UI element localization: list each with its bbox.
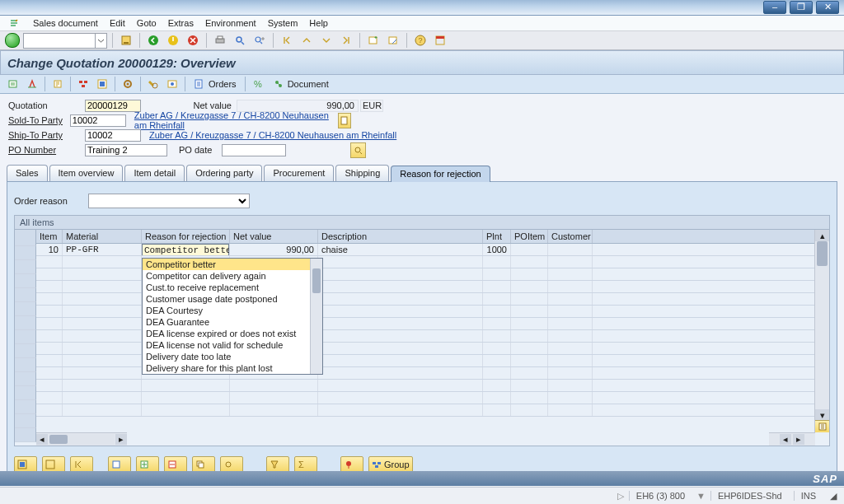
table-row[interactable]: 10PP-GFRCompetitor better▾990,00chaise10… <box>36 244 814 256</box>
soldto-desc[interactable]: Zuber AG / Kreuzgasse 7 / CH-8200 Neuhau… <box>134 110 334 130</box>
enter-check-icon[interactable] <box>5 33 20 48</box>
help-icon[interactable]: ? <box>412 32 429 49</box>
output-preview-icon[interactable] <box>164 76 181 92</box>
command-input[interactable] <box>24 35 95 47</box>
first-item-button[interactable] <box>70 456 93 473</box>
shortcut-icon[interactable] <box>385 32 401 49</box>
col-plnt[interactable]: Plnt <box>483 230 511 243</box>
layout-icon[interactable] <box>432 32 448 49</box>
find-next-icon[interactable] <box>251 32 268 49</box>
col-item[interactable]: Item <box>36 230 63 243</box>
back-icon[interactable] <box>145 32 162 49</box>
grid-corner[interactable] <box>15 230 36 246</box>
row-selector[interactable] <box>15 386 36 400</box>
page-down-icon[interactable] <box>318 32 335 49</box>
soldto-search-button[interactable] <box>338 113 351 128</box>
deselect-all-button[interactable] <box>42 456 65 473</box>
command-field[interactable] <box>23 33 107 49</box>
sum-button[interactable]: Σ <box>294 456 317 473</box>
rejection-field[interactable]: Competitor better▾ <box>142 244 229 255</box>
dropdown-option[interactable]: Cust.to receive replacement <box>143 282 322 293</box>
row-selector[interactable] <box>15 414 36 428</box>
row-selector[interactable] <box>15 344 36 358</box>
rejection-dropdown-popup[interactable]: Competitor betterCompetitor can delivery… <box>142 258 323 375</box>
order-reason-select[interactable] <box>88 194 250 208</box>
delete-item-button[interactable] <box>164 456 187 473</box>
table-row[interactable] <box>36 380 814 392</box>
col-description[interactable]: Description <box>318 230 483 243</box>
filter-button[interactable] <box>266 456 289 473</box>
percent-icon[interactable]: % <box>250 76 266 92</box>
table-row[interactable] <box>36 392 814 404</box>
shipto-desc[interactable]: Zuber AG / Kreuzgasse 7 / CH-8200 Neuhau… <box>149 130 396 140</box>
tab-item-overview[interactable]: Item overview <box>49 165 124 181</box>
row-selector[interactable] <box>15 358 36 372</box>
scroll-down-icon[interactable]: ▾ <box>815 409 829 421</box>
soldto-label[interactable]: Sold-To Party <box>8 115 70 125</box>
first-page-icon[interactable] <box>279 32 295 49</box>
new-session-icon[interactable] <box>365 32 382 49</box>
row-selector[interactable] <box>15 260 36 274</box>
tab-reason-for-rejection[interactable]: Reason for rejection <box>391 166 490 182</box>
header-icon[interactable] <box>49 76 66 92</box>
row-selector[interactable] <box>15 274 36 288</box>
col-poitem[interactable]: POItem <box>511 230 548 243</box>
cancel-icon[interactable] <box>185 32 201 49</box>
grid-hscroll-left[interactable]: ◂▸ <box>36 432 127 446</box>
item-detail-icon[interactable] <box>94 76 110 92</box>
menu-edit[interactable]: Edit <box>105 17 130 29</box>
tab-sales[interactable]: Sales <box>7 165 48 181</box>
incompletion-log-icon[interactable] <box>24 76 40 92</box>
menu-goto[interactable]: Goto <box>132 17 162 29</box>
ponum-field[interactable] <box>85 144 167 156</box>
grid-vertical-scrollbar[interactable]: ▴ ▾ <box>814 230 829 432</box>
grid-column-config-icon[interactable] <box>815 420 829 432</box>
dropdown-option[interactable]: Delivery share for this plant lost <box>143 362 322 374</box>
group-button[interactable]: Group <box>368 456 413 473</box>
pricing-icon[interactable] <box>145 76 162 92</box>
display-item-button[interactable] <box>108 456 131 473</box>
podate-search-button[interactable] <box>350 142 366 158</box>
dropdown-option[interactable]: DEA Guarantee <box>143 316 322 328</box>
menu-environment[interactable]: Environment <box>200 17 261 29</box>
dropdown-option[interactable]: DEA license expired or does not exist <box>143 328 322 339</box>
ponum-label[interactable]: PO Number <box>8 145 85 155</box>
print-icon[interactable] <box>212 32 228 49</box>
exit-icon[interactable] <box>165 32 181 49</box>
propose-items-icon[interactable] <box>75 76 91 92</box>
dropdown-option[interactable]: Customer usage date postponed <box>143 293 322 305</box>
close-button[interactable]: ✕ <box>816 1 839 14</box>
restore-button[interactable]: ❐ <box>790 1 813 14</box>
page-up-icon[interactable] <box>298 32 315 49</box>
tab-ordering-party[interactable]: Ordering party <box>186 165 262 181</box>
tab-procurement[interactable]: Procurement <box>264 165 334 181</box>
config-icon[interactable] <box>120 76 136 92</box>
config-item-button[interactable] <box>220 456 243 473</box>
row-selector[interactable] <box>15 330 36 344</box>
select-all-button[interactable] <box>14 456 37 473</box>
soldto-field[interactable] <box>70 114 126 127</box>
table-row[interactable] <box>36 404 814 417</box>
row-selector[interactable] <box>15 400 36 414</box>
col-netvalue[interactable]: Net value <box>230 230 318 243</box>
tab-item-detail[interactable]: Item detail <box>124 165 185 181</box>
copy-item-button[interactable] <box>192 456 215 473</box>
dropdown-option[interactable]: DEA Courtesy <box>143 305 322 316</box>
document-button[interactable]: Document <box>269 76 333 92</box>
podate-field[interactable] <box>222 144 286 156</box>
tab-shipping[interactable]: Shipping <box>335 165 389 181</box>
orders-button[interactable]: Orders <box>190 76 241 92</box>
col-reason[interactable]: Reason for rejection <box>142 230 230 243</box>
dropdown-option[interactable]: Competitor can delivery again <box>143 270 322 282</box>
shipto-field[interactable] <box>85 129 141 142</box>
dropdown-scrollbar[interactable] <box>310 259 322 374</box>
display-document-flow-icon[interactable] <box>5 76 21 92</box>
command-field-dropdown[interactable] <box>95 34 106 48</box>
grid-hscroll-right[interactable]: ◂▸ <box>769 432 815 446</box>
menu-system[interactable]: System <box>263 17 303 29</box>
scroll-thumb[interactable] <box>817 241 828 266</box>
dropdown-option[interactable]: Competitor better <box>143 259 322 270</box>
save-icon[interactable] <box>118 32 134 49</box>
dropdown-option[interactable]: DEA license not valid for schedule <box>143 339 322 351</box>
cue-icon[interactable] <box>3 16 25 30</box>
